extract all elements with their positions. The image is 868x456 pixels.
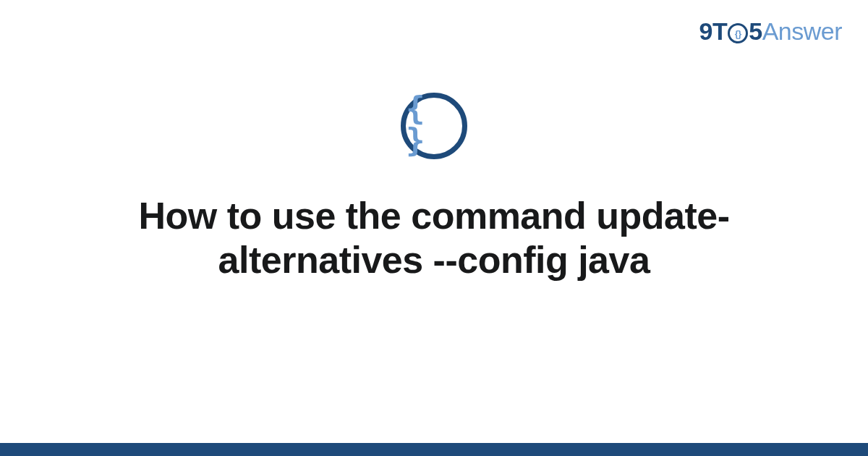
- site-logo: 9T{}5Answer: [699, 17, 843, 46]
- main-content: { } How to use the command update-altern…: [0, 93, 868, 283]
- braces-icon: { }: [406, 93, 462, 156]
- logo-o-icon: {}: [728, 23, 748, 43]
- footer-bar: [0, 443, 868, 456]
- logo-word-answer: Answer: [762, 17, 842, 45]
- logo-ring-icon: {}: [728, 23, 748, 43]
- logo-braces-icon: {}: [735, 29, 741, 38]
- logo-letter-t: T: [712, 17, 727, 45]
- logo-digit-9: 9: [699, 17, 712, 45]
- code-badge-icon: { }: [401, 93, 467, 159]
- logo-digit-5: 5: [749, 17, 762, 45]
- page-title: How to use the command update-alternativ…: [72, 194, 796, 283]
